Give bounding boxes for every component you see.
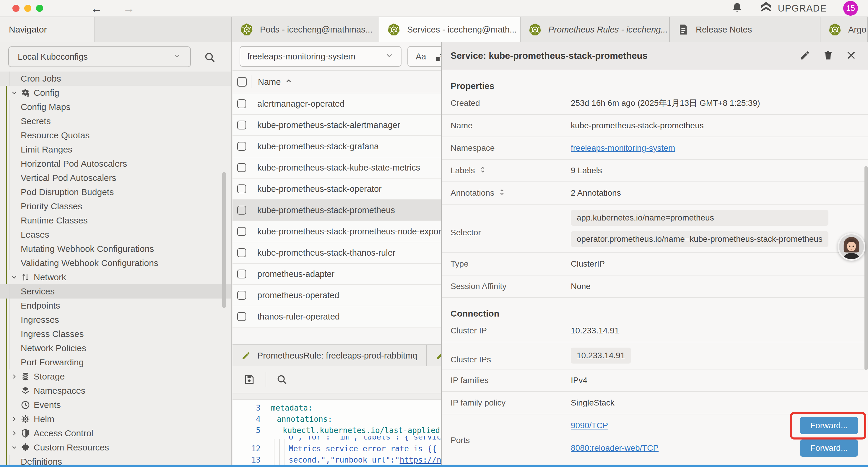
kubeconfig-source-select[interactable]: Local Kubeconfigs: [8, 47, 191, 67]
table-row[interactable]: alertmanager-operated: [232, 93, 442, 115]
sidebar-item-mutating-webhook-configurations[interactable]: Mutating Webhook Configurations: [0, 242, 231, 256]
row-checkbox[interactable]: [237, 248, 246, 257]
sidebar-item-runtime-classes[interactable]: Runtime Classes: [0, 213, 231, 228]
window-tab[interactable]: Services - icecheng@math...×: [379, 17, 521, 42]
sidebar-item-config-maps[interactable]: Config Maps: [0, 100, 231, 114]
maximize-window-button[interactable]: [36, 5, 43, 12]
chevron-right-icon[interactable]: [11, 415, 21, 423]
forward-button[interactable]: Forward...: [800, 417, 858, 434]
drawer-scrollbar[interactable]: [864, 166, 868, 370]
sort-updown-icon[interactable]: [498, 188, 505, 198]
dock-tab-prometheusrule[interactable]: PrometheusRule: freeleaps-prod-rabbitmq: [232, 345, 427, 366]
row-checkbox[interactable]: [237, 99, 246, 108]
sidebar-item-events[interactable]: Events: [0, 398, 231, 412]
section-heading-properties: Properties: [442, 70, 868, 92]
back-icon[interactable]: ←: [90, 2, 102, 14]
sidebar-item-validating-webhook-configurations[interactable]: Validating Webhook Configurations: [0, 256, 231, 270]
row-checkbox[interactable]: [237, 269, 246, 279]
case-sensitive-toggle[interactable]: Aa: [416, 52, 426, 61]
sidebar-item-helm[interactable]: Helm: [0, 412, 231, 426]
sidebar-item-cron-jobs[interactable]: Cron Jobs: [0, 71, 231, 86]
chevron-down-icon[interactable]: [11, 274, 21, 281]
row-checkbox[interactable]: [237, 184, 246, 193]
sidebar-item-ingresses[interactable]: Ingresses: [0, 313, 231, 327]
sidebar-item-port-forwarding[interactable]: Port Forwarding: [0, 355, 231, 370]
sidebar-item-pod-disruption-budgets[interactable]: Pod Disruption Budgets: [0, 185, 231, 199]
table-row[interactable]: kube-prometheus-stack-alertmanager: [232, 115, 442, 136]
upgrade-button[interactable]: UPGRADE: [760, 1, 827, 16]
dock-tab-partial[interactable]: [427, 345, 442, 366]
sidebar-item-network-policies[interactable]: Network Policies: [0, 341, 231, 355]
sidebar-item-label: Resource Quotas: [21, 130, 90, 140]
navigator-panel-tab[interactable]: Navigator: [0, 17, 95, 42]
close-window-button[interactable]: [12, 5, 20, 12]
sidebar-item-storage[interactable]: Storage: [0, 370, 231, 384]
forward-icon[interactable]: →: [123, 2, 135, 14]
sidebar-item-endpoints[interactable]: Endpoints: [0, 298, 231, 313]
table-row[interactable]: kube-prometheus-stack-thanos-ruler: [232, 242, 442, 264]
chevron-right-icon[interactable]: [11, 373, 21, 380]
row-checkbox[interactable]: [237, 291, 246, 300]
sidebar-item-limit-ranges[interactable]: Limit Ranges: [0, 143, 231, 157]
row-checkbox[interactable]: [237, 142, 246, 151]
window-tab[interactable]: Prometheus Rules - icecheng...: [521, 17, 670, 42]
row-checkbox[interactable]: [237, 121, 246, 129]
sidebar-search-icon[interactable]: [204, 52, 216, 64]
row-checkbox[interactable]: [237, 206, 246, 214]
sidebar-item-secrets[interactable]: Secrets: [0, 114, 231, 128]
assistant-avatar[interactable]: [838, 233, 865, 261]
window-tab[interactable]: Pods - icecheng@mathmas...: [232, 17, 379, 42]
sidebar-item-access-control[interactable]: Access Control: [0, 426, 231, 440]
chevron-down-icon[interactable]: [11, 444, 21, 451]
sidebar-item-services[interactable]: Services: [0, 284, 231, 298]
row-checkbox[interactable]: [237, 163, 246, 172]
sidebar-scrollbar[interactable]: [222, 172, 226, 308]
window-tab[interactable]: Release Notes: [670, 17, 820, 42]
table-row[interactable]: thanos-ruler-operated: [232, 306, 442, 327]
sidebar-item-priority-classes[interactable]: Priority Classes: [0, 199, 231, 213]
sidebar-item-definitions[interactable]: Definitions: [0, 455, 231, 465]
save-button[interactable]: [244, 374, 255, 385]
editor-search-icon[interactable]: [276, 374, 287, 385]
forward-button[interactable]: Forward...: [800, 439, 858, 457]
name-column-header[interactable]: Name: [258, 77, 292, 87]
select-all-checkbox[interactable]: [237, 77, 247, 87]
sidebar-item-config[interactable]: Config: [0, 86, 231, 100]
table-row[interactable]: kube-prometheus-stack-prometheus-node-ex…: [232, 221, 442, 242]
namespace-select[interactable]: freeleaps-monitoring-system: [240, 46, 402, 67]
table-search-input[interactable]: Aa * prome: [407, 46, 442, 67]
sidebar-item-label: Definitions: [21, 457, 62, 465]
minimize-window-button[interactable]: [24, 5, 31, 12]
edit-pencil-icon[interactable]: [800, 50, 811, 62]
table-row[interactable]: kube-prometheus-stack-kube-state-metrics: [232, 157, 442, 178]
yaml-editor[interactable]: 3metadata:4annotations:5kubectl.kubernet…: [232, 400, 442, 465]
sidebar-item-ingress-classes[interactable]: Ingress Classes: [0, 327, 231, 341]
table-row[interactable]: kube-prometheus-stack-prometheus: [232, 200, 442, 221]
sidebar-item-leases[interactable]: Leases: [0, 228, 231, 242]
notification-count-badge[interactable]: 15: [843, 1, 858, 16]
table-row[interactable]: kube-prometheus-stack-operator: [232, 178, 442, 200]
table-row[interactable]: prometheus-adapter: [232, 264, 442, 285]
row-checkbox[interactable]: [237, 312, 246, 321]
sidebar-item-namespaces[interactable]: Namespaces: [0, 384, 231, 398]
port-link[interactable]: 8080:reloader-web/TCP: [571, 443, 658, 453]
row-checkbox[interactable]: [237, 227, 246, 236]
sort-updown-icon[interactable]: [479, 166, 486, 175]
delete-trash-icon[interactable]: [823, 50, 834, 62]
sidebar-item-resource-quotas[interactable]: Resource Quotas: [0, 128, 231, 143]
sidebar-item-horizontal-pod-autoscalers[interactable]: Horizontal Pod Autoscalers: [0, 157, 231, 171]
notifications-bell-icon[interactable]: [731, 2, 743, 15]
chevron-down-icon[interactable]: [11, 89, 21, 96]
sidebar-item-custom-resources[interactable]: Custom Resources: [0, 440, 231, 455]
port-link[interactable]: 9090/TCP: [571, 421, 608, 430]
window-tab[interactable]: Argo Se: [820, 17, 868, 42]
namespace-link[interactable]: freeleaps-monitoring-system: [571, 143, 675, 152]
close-icon[interactable]: [845, 50, 857, 62]
chevron-right-icon[interactable]: [11, 430, 21, 437]
table-row[interactable]: prometheus-operated: [232, 285, 442, 306]
table-row[interactable]: kube-prometheus-stack-grafana: [232, 136, 442, 157]
sidebar-item-vertical-pod-autoscalers[interactable]: Vertical Pod Autoscalers: [0, 171, 231, 185]
detail-row-namespace: Namespacefreeleaps-monitoring-system: [442, 137, 868, 159]
editor-line: 13second.","runbook_url":"https://net: [232, 454, 442, 465]
sidebar-item-network[interactable]: Network: [0, 270, 231, 284]
